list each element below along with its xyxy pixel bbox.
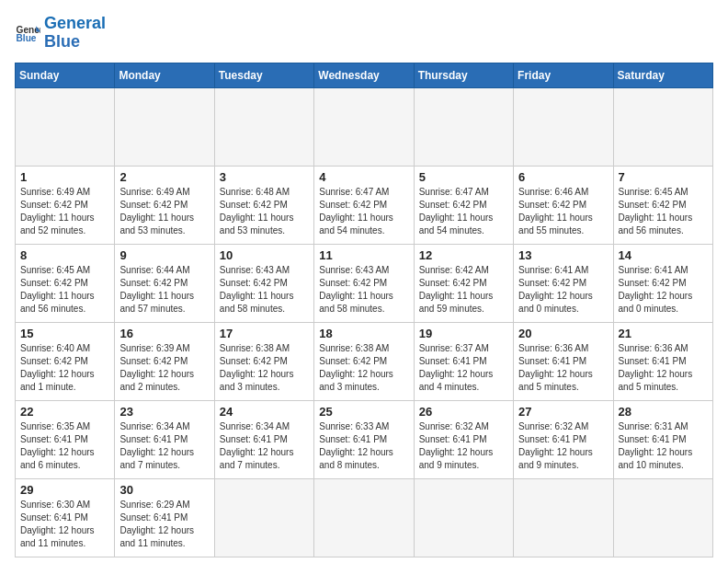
day-number: 29 bbox=[20, 483, 109, 497]
calendar-cell bbox=[214, 478, 313, 557]
calendar-cell: 14Sunrise: 6:41 AMSunset: 6:42 PMDayligh… bbox=[613, 244, 712, 322]
day-number: 8 bbox=[20, 248, 109, 262]
day-number: 16 bbox=[119, 327, 209, 340]
day-of-week-header: Saturday bbox=[613, 63, 712, 87]
day-number: 21 bbox=[619, 327, 708, 340]
day-info: Sunrise: 6:47 AMSunset: 6:42 PMDaylight:… bbox=[319, 186, 408, 237]
week-row: 8Sunrise: 6:45 AMSunset: 6:42 PMDaylight… bbox=[16, 244, 713, 322]
calendar-cell: 4Sunrise: 6:47 AMSunset: 6:42 PMDaylight… bbox=[314, 166, 414, 244]
day-of-week-header: Friday bbox=[514, 63, 613, 87]
day-number: 22 bbox=[20, 405, 109, 419]
calendar-cell: 9Sunrise: 6:44 AMSunset: 6:42 PMDaylight… bbox=[115, 244, 214, 322]
day-number: 14 bbox=[619, 248, 708, 262]
day-info: Sunrise: 6:41 AMSunset: 6:42 PMDaylight:… bbox=[619, 264, 708, 316]
day-info: Sunrise: 6:42 AMSunset: 6:42 PMDaylight:… bbox=[419, 264, 508, 316]
day-number: 28 bbox=[619, 405, 708, 419]
calendar-cell: 8Sunrise: 6:45 AMSunset: 6:42 PMDaylight… bbox=[16, 244, 115, 322]
calendar-cell: 21Sunrise: 6:36 AMSunset: 6:41 PMDayligh… bbox=[613, 322, 712, 400]
calendar-cell: 3Sunrise: 6:48 AMSunset: 6:42 PMDaylight… bbox=[214, 166, 313, 244]
day-info: Sunrise: 6:29 AMSunset: 6:41 PMDaylight:… bbox=[119, 499, 209, 550]
day-info: Sunrise: 6:31 AMSunset: 6:41 PMDaylight:… bbox=[619, 420, 708, 472]
day-number: 17 bbox=[220, 327, 309, 340]
calendar-cell: 24Sunrise: 6:34 AMSunset: 6:41 PMDayligh… bbox=[214, 400, 313, 478]
calendar-cell bbox=[414, 87, 513, 166]
calendar-cell: 7Sunrise: 6:45 AMSunset: 6:42 PMDaylight… bbox=[613, 166, 712, 244]
week-row: 29Sunrise: 6:30 AMSunset: 6:41 PMDayligh… bbox=[16, 478, 713, 557]
calendar-cell bbox=[414, 478, 513, 557]
calendar-cell bbox=[314, 478, 414, 557]
calendar-cell: 19Sunrise: 6:37 AMSunset: 6:41 PMDayligh… bbox=[414, 322, 513, 400]
day-info: Sunrise: 6:38 AMSunset: 6:42 PMDaylight:… bbox=[319, 342, 408, 394]
day-number: 19 bbox=[419, 327, 508, 340]
day-number: 23 bbox=[119, 405, 209, 419]
day-info: Sunrise: 6:36 AMSunset: 6:41 PMDaylight:… bbox=[518, 342, 608, 394]
day-info: Sunrise: 6:32 AMSunset: 6:41 PMDaylight:… bbox=[419, 420, 508, 472]
day-number: 7 bbox=[619, 170, 708, 184]
day-number: 6 bbox=[518, 170, 608, 184]
day-number: 25 bbox=[319, 405, 408, 419]
calendar-cell: 20Sunrise: 6:36 AMSunset: 6:41 PMDayligh… bbox=[514, 322, 613, 400]
calendar-cell: 1Sunrise: 6:49 AMSunset: 6:42 PMDaylight… bbox=[16, 166, 115, 244]
calendar-cell: 16Sunrise: 6:39 AMSunset: 6:42 PMDayligh… bbox=[115, 322, 214, 400]
calendar-cell bbox=[613, 478, 712, 557]
calendar-cell bbox=[16, 87, 115, 166]
day-number: 11 bbox=[319, 248, 408, 262]
day-info: Sunrise: 6:48 AMSunset: 6:42 PMDaylight:… bbox=[220, 186, 309, 237]
day-number: 4 bbox=[319, 170, 408, 184]
week-row: 15Sunrise: 6:40 AMSunset: 6:42 PMDayligh… bbox=[16, 322, 713, 400]
calendar-cell: 23Sunrise: 6:34 AMSunset: 6:41 PMDayligh… bbox=[115, 400, 214, 478]
calendar-cell: 6Sunrise: 6:46 AMSunset: 6:42 PMDaylight… bbox=[514, 166, 613, 244]
day-number: 13 bbox=[518, 248, 608, 262]
day-of-week-header: Sunday bbox=[16, 63, 115, 87]
day-info: Sunrise: 6:47 AMSunset: 6:42 PMDaylight:… bbox=[419, 186, 508, 237]
day-number: 30 bbox=[119, 483, 209, 497]
calendar-cell: 17Sunrise: 6:38 AMSunset: 6:42 PMDayligh… bbox=[214, 322, 313, 400]
calendar-cell: 5Sunrise: 6:47 AMSunset: 6:42 PMDaylight… bbox=[414, 166, 513, 244]
calendar-cell: 28Sunrise: 6:31 AMSunset: 6:41 PMDayligh… bbox=[613, 400, 712, 478]
day-number: 3 bbox=[220, 170, 309, 184]
day-number: 24 bbox=[220, 405, 309, 419]
week-row bbox=[16, 87, 713, 166]
day-info: Sunrise: 6:43 AMSunset: 6:42 PMDaylight:… bbox=[220, 264, 309, 316]
calendar-cell: 12Sunrise: 6:42 AMSunset: 6:42 PMDayligh… bbox=[414, 244, 513, 322]
calendar-cell: 10Sunrise: 6:43 AMSunset: 6:42 PMDayligh… bbox=[214, 244, 313, 322]
logo-text: GeneralBlue bbox=[44, 15, 106, 52]
day-info: Sunrise: 6:32 AMSunset: 6:41 PMDaylight:… bbox=[518, 420, 608, 472]
calendar-cell: 26Sunrise: 6:32 AMSunset: 6:41 PMDayligh… bbox=[414, 400, 513, 478]
day-info: Sunrise: 6:39 AMSunset: 6:42 PMDaylight:… bbox=[119, 342, 209, 394]
calendar-cell: 13Sunrise: 6:41 AMSunset: 6:42 PMDayligh… bbox=[514, 244, 613, 322]
day-info: Sunrise: 6:45 AMSunset: 6:42 PMDaylight:… bbox=[619, 186, 708, 237]
day-info: Sunrise: 6:36 AMSunset: 6:41 PMDaylight:… bbox=[619, 342, 708, 394]
day-info: Sunrise: 6:49 AMSunset: 6:42 PMDaylight:… bbox=[20, 186, 109, 237]
day-number: 20 bbox=[518, 327, 608, 340]
calendar-cell bbox=[214, 87, 313, 166]
calendar-cell: 29Sunrise: 6:30 AMSunset: 6:41 PMDayligh… bbox=[16, 478, 115, 557]
calendar-cell bbox=[115, 87, 214, 166]
day-number: 9 bbox=[119, 248, 209, 262]
calendar-table: SundayMondayTuesdayWednesdayThursdayFrid… bbox=[15, 63, 713, 557]
calendar-cell bbox=[514, 87, 613, 166]
day-info: Sunrise: 6:43 AMSunset: 6:42 PMDaylight:… bbox=[319, 264, 408, 316]
logo-icon: General Blue bbox=[15, 20, 40, 46]
day-number: 18 bbox=[319, 327, 408, 340]
day-info: Sunrise: 6:34 AMSunset: 6:41 PMDaylight:… bbox=[119, 420, 209, 472]
day-of-week-header: Thursday bbox=[414, 63, 513, 87]
day-info: Sunrise: 6:37 AMSunset: 6:41 PMDaylight:… bbox=[419, 342, 508, 394]
calendar-cell: 18Sunrise: 6:38 AMSunset: 6:42 PMDayligh… bbox=[314, 322, 414, 400]
day-number: 12 bbox=[419, 248, 508, 262]
week-row: 22Sunrise: 6:35 AMSunset: 6:41 PMDayligh… bbox=[16, 400, 713, 478]
day-number: 15 bbox=[20, 327, 109, 340]
page-header: General Blue GeneralBlue bbox=[15, 15, 713, 52]
calendar-cell: 2Sunrise: 6:49 AMSunset: 6:42 PMDaylight… bbox=[115, 166, 214, 244]
day-of-week-header: Tuesday bbox=[214, 63, 313, 87]
day-info: Sunrise: 6:40 AMSunset: 6:42 PMDaylight:… bbox=[20, 342, 109, 394]
day-info: Sunrise: 6:49 AMSunset: 6:42 PMDaylight:… bbox=[119, 186, 209, 237]
day-info: Sunrise: 6:46 AMSunset: 6:42 PMDaylight:… bbox=[518, 186, 608, 237]
logo: General Blue GeneralBlue bbox=[15, 15, 106, 52]
day-number: 26 bbox=[419, 405, 508, 419]
day-info: Sunrise: 6:34 AMSunset: 6:41 PMDaylight:… bbox=[220, 420, 309, 472]
calendar-cell: 22Sunrise: 6:35 AMSunset: 6:41 PMDayligh… bbox=[16, 400, 115, 478]
calendar-cell: 15Sunrise: 6:40 AMSunset: 6:42 PMDayligh… bbox=[16, 322, 115, 400]
day-info: Sunrise: 6:45 AMSunset: 6:42 PMDaylight:… bbox=[20, 264, 109, 316]
day-info: Sunrise: 6:30 AMSunset: 6:41 PMDaylight:… bbox=[20, 499, 109, 550]
